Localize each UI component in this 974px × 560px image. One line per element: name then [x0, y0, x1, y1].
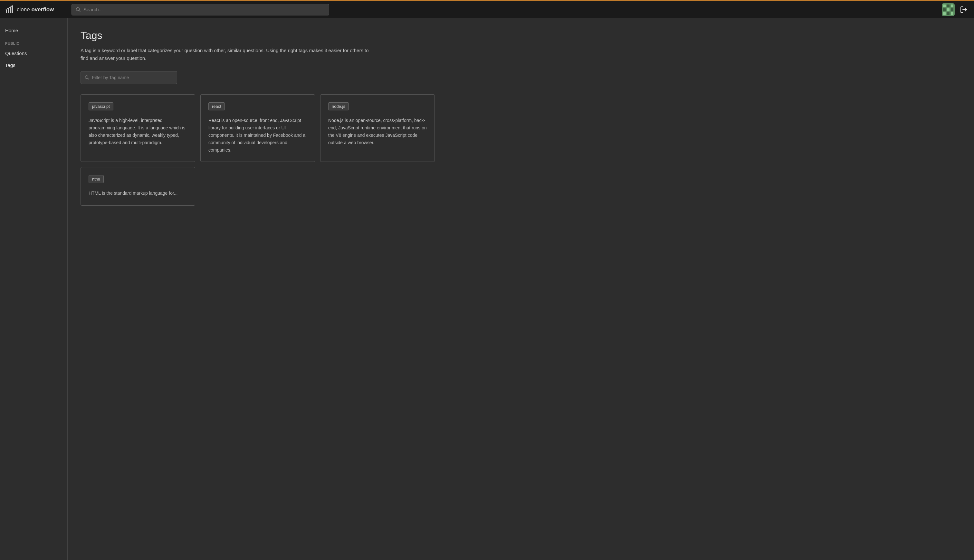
search-bar[interactable] [72, 4, 329, 15]
svg-rect-14 [943, 12, 946, 15]
svg-rect-3 [12, 5, 13, 13]
svg-rect-8 [943, 5, 946, 7]
sidebar-item-questions[interactable]: Questions [0, 47, 67, 59]
page-description: A tag is a keyword or label that categor… [80, 47, 371, 62]
tag-badge[interactable]: html [89, 175, 104, 183]
main-content: Tags A tag is a keyword or label that ca… [68, 18, 974, 217]
filter-input[interactable] [92, 75, 173, 80]
sidebar-item-tags[interactable]: Tags [0, 59, 67, 71]
logo-icon [5, 5, 14, 14]
svg-rect-13 [951, 8, 953, 11]
sidebar-item-home[interactable]: Home [0, 25, 67, 37]
layout: Home PUBLIC Questions Tags Tags A tag is… [0, 18, 974, 217]
sidebar-section-public: PUBLIC [0, 37, 67, 47]
svg-rect-10 [951, 5, 953, 7]
logo-area: clone overflow [5, 5, 66, 14]
logout-button[interactable] [959, 5, 969, 15]
svg-line-19 [88, 78, 89, 79]
svg-line-6 [79, 10, 80, 12]
tags-grid: javascript JavaScript is a high-level, i… [80, 94, 435, 206]
tag-description: React is an open-source, front end, Java… [209, 117, 307, 154]
logo-text: clone overflow [17, 7, 54, 13]
filter-input-wrapper[interactable] [80, 71, 177, 84]
svg-rect-11 [943, 8, 946, 11]
tag-badge[interactable]: react [209, 102, 225, 110]
svg-rect-2 [10, 7, 11, 13]
tag-card-react: react React is an open-source, front end… [200, 94, 315, 162]
svg-rect-9 [947, 5, 949, 7]
sidebar: Home PUBLIC Questions Tags [0, 18, 68, 560]
svg-rect-16 [951, 12, 953, 15]
topbar-right [942, 3, 969, 16]
svg-rect-15 [947, 12, 949, 15]
svg-rect-0 [6, 10, 7, 13]
tag-card-javascript: javascript JavaScript is a high-level, i… [80, 94, 195, 162]
tag-description: JavaScript is a high-level, interpreted … [89, 117, 187, 147]
search-icon [76, 7, 81, 12]
search-input[interactable] [84, 7, 325, 12]
topbar: clone overflow [0, 0, 974, 18]
tag-description: HTML is the standard markup language for… [89, 190, 187, 197]
logout-icon [960, 6, 967, 13]
filter-search-icon [85, 75, 90, 80]
tag-card-html: html HTML is the standard markup languag… [80, 167, 195, 206]
svg-rect-12 [947, 8, 949, 11]
tag-badge[interactable]: javascript [89, 102, 114, 110]
page-title: Tags [80, 30, 961, 42]
tag-description: Node.js is an open-source, cross-platfor… [328, 117, 427, 147]
tag-badge[interactable]: node.js [328, 102, 349, 110]
svg-rect-1 [8, 8, 9, 13]
tag-card-nodejs: node.js Node.js is an open-source, cross… [320, 94, 435, 162]
avatar[interactable] [942, 3, 955, 16]
